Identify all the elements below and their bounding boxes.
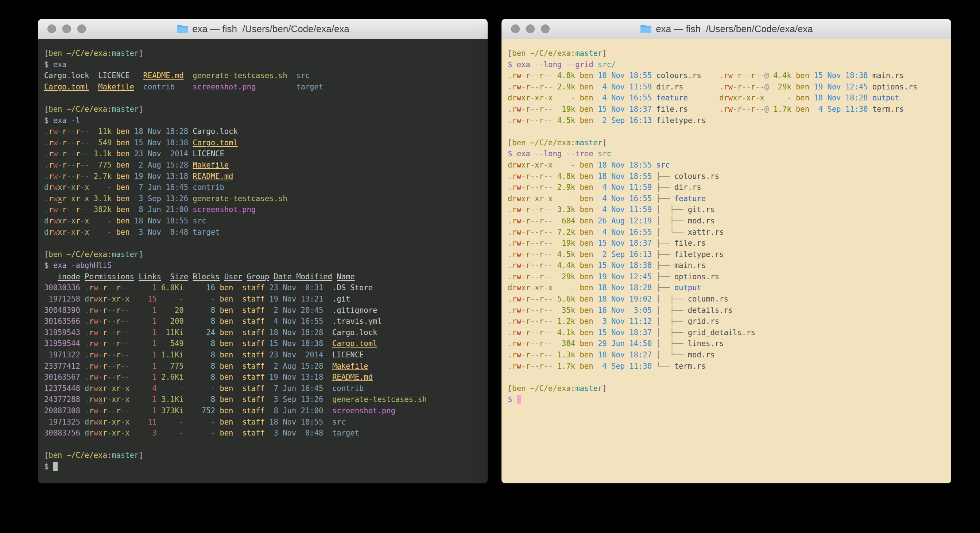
terminal-window-right: exa — fish /Users/ben/Code/exa/exa [ben … xyxy=(501,19,951,484)
folder-icon xyxy=(640,24,652,34)
terminal-output-left[interactable]: [ben ~/C/e/exa:master] $ exa Cargo.lock … xyxy=(38,39,488,484)
title-left: exa — fish /Users/ben/Code/exa/exa xyxy=(176,23,349,35)
close-button[interactable] xyxy=(48,24,56,33)
minimize-button[interactable] xyxy=(526,24,535,33)
desktop: exa — fish /Users/ben/Code/exa/exa [ben … xyxy=(0,0,980,533)
zoom-button[interactable] xyxy=(77,24,86,33)
window-title: exa — fish /Users/ben/Code/exa/exa xyxy=(656,23,813,35)
close-button[interactable] xyxy=(511,24,520,33)
terminal-output-right[interactable]: [ben ~/C/e/exa:master] $ exa --long --gr… xyxy=(501,39,951,484)
window-controls-left xyxy=(48,24,86,33)
titlebar-left[interactable]: exa — fish /Users/ben/Code/exa/exa xyxy=(38,19,488,39)
window-title: exa — fish /Users/ben/Code/exa/exa xyxy=(192,23,349,35)
title-right: exa — fish /Users/ben/Code/exa/exa xyxy=(640,23,813,35)
folder-icon xyxy=(176,24,189,34)
minimize-button[interactable] xyxy=(62,24,71,33)
titlebar-right[interactable]: exa — fish /Users/ben/Code/exa/exa xyxy=(501,19,951,39)
zoom-button[interactable] xyxy=(541,24,550,33)
terminal-window-left: exa — fish /Users/ben/Code/exa/exa [ben … xyxy=(38,19,488,484)
window-controls-right xyxy=(511,24,550,33)
